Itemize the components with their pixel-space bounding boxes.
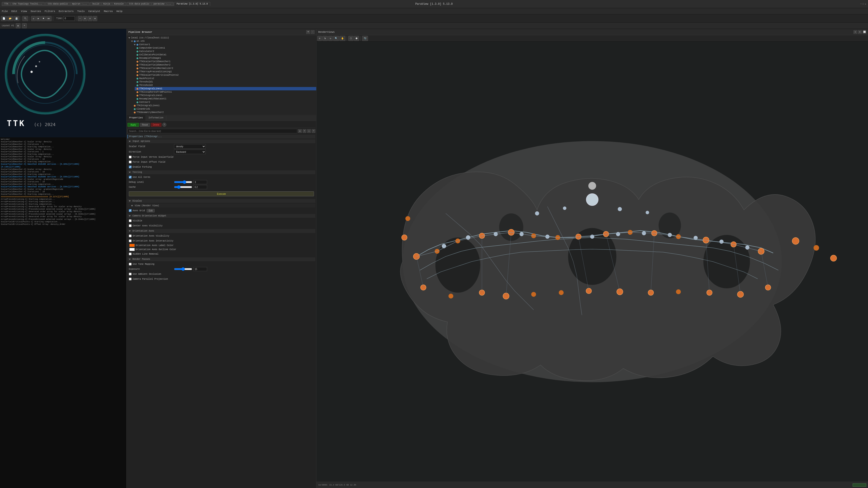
- hidden-line-checkbox[interactable]: [129, 253, 131, 255]
- layout-add-btn[interactable]: +: [22, 23, 27, 28]
- input-options-header[interactable]: Input options: [127, 139, 315, 143]
- axes-grid-edit-btn[interactable]: Edit: [147, 209, 155, 213]
- open-btn[interactable]: 📂: [7, 16, 13, 21]
- pipeline-item-ttkgeosmooth2[interactable]: TTKGeometrySmoother2: [132, 111, 316, 114]
- render-pan-btn[interactable]: ✋: [340, 36, 345, 41]
- tone-mapping-checkbox[interactable]: [129, 263, 131, 265]
- cam-visible-label[interactable]: Visible: [129, 219, 142, 222]
- label-color-swatch[interactable]: [129, 244, 135, 247]
- pipeline-item-local[interactable]: local (cs://localhost:11111): [127, 36, 316, 39]
- render-reset-cam-btn[interactable]: ⊙: [317, 36, 322, 41]
- pipeline-item-maskpts2[interactable]: MaskPoints2: [135, 77, 316, 80]
- tab-konsole[interactable]: build - Ninja - Konsole: [90, 2, 126, 6]
- orient-interactivity-checkbox[interactable]: [129, 239, 131, 242]
- apply-button[interactable]: Apply: [127, 123, 139, 127]
- exposure-input[interactable]: [193, 267, 207, 271]
- menu-catalyst[interactable]: Catalyst: [88, 10, 100, 13]
- scalar-field-select[interactable]: density: [174, 144, 206, 149]
- mode-btn3[interactable]: ⊙: [88, 16, 92, 21]
- testing-section-header[interactable]: Testing: [127, 170, 315, 174]
- delete-button[interactable]: Delete: [151, 123, 161, 127]
- tab-paraview-active[interactable]: ParaView [1.3.0] 5.13.0: [174, 2, 210, 6]
- menu-help[interactable]: Help: [116, 10, 122, 13]
- tone-mapping-label[interactable]: Use Tone Mapping: [129, 263, 154, 265]
- hidden-line-label[interactable]: Hidden Line Removal: [129, 253, 158, 255]
- force-offset-checkbox[interactable]: [129, 161, 131, 163]
- maximize-btn[interactable]: □: [863, 3, 864, 5]
- debug-level-input[interactable]: [193, 180, 207, 184]
- enable-forking-checkbox[interactable]: [129, 166, 131, 168]
- orientation-axes-header[interactable]: Orientation Axes: [127, 229, 315, 233]
- exposure-slider[interactable]: [174, 267, 192, 271]
- pipeline-item-computederiv[interactable]: ComputeDerivatives1: [135, 46, 316, 50]
- menu-extractors[interactable]: Extractors: [59, 10, 74, 13]
- tab-information[interactable]: Information: [146, 115, 166, 121]
- axes-grid-label[interactable]: Axes Grid: [129, 209, 145, 212]
- pipeline-item-ttksfs2[interactable]: TTKScalarFieldSmoother2: [135, 63, 316, 67]
- render-split-v-btn[interactable]: ⊞: [858, 30, 862, 34]
- pipeline-item-threshold1[interactable]: Threshold1: [135, 80, 316, 84]
- menu-sources[interactable]: Sources: [31, 10, 41, 13]
- outline-color-swatch[interactable]: [129, 248, 135, 251]
- force-vertex-checkbox[interactable]: [129, 156, 131, 158]
- pipeline-item-atvtk[interactable]: at.vtk: [129, 39, 316, 43]
- pipeline-item-contour1[interactable]: Contour1: [132, 43, 316, 46]
- mode-btn2[interactable]: ⊕: [83, 16, 87, 21]
- center-axes-label[interactable]: Center Axes Visibility: [129, 224, 162, 227]
- render-wireframe-btn[interactable]: ⬡: [348, 36, 353, 41]
- tab-mpirun[interactable]: ttk-data-public - mpirun -...: [45, 2, 90, 6]
- pipeline-item-resamplewith[interactable]: ResampleWithDataset1: [135, 97, 316, 101]
- time-input[interactable]: [64, 16, 75, 21]
- tab-paraview-cmd[interactable]: ttk-data-public - paraview -...: [127, 2, 174, 6]
- menu-view[interactable]: View: [21, 10, 27, 13]
- search-help-btn[interactable]: ?: [312, 129, 315, 133]
- cache-slider[interactable]: [174, 185, 192, 189]
- execute-button[interactable]: Execute: [129, 191, 314, 196]
- layout-split-btn[interactable]: ⊞: [16, 23, 20, 28]
- render-screenshot-btn[interactable]: 📷: [362, 36, 368, 41]
- pipeline-item-cleangrid1[interactable]: CleanGrid1: [132, 107, 316, 111]
- pipeline-item-ttksfs1[interactable]: TTKScalarFieldSmoother1: [135, 60, 316, 63]
- pipeline-item-ttksfn2[interactable]: TTKScalarFieldNormalizer2: [135, 67, 316, 70]
- render-interact-btn[interactable]: 🖱: [322, 36, 328, 41]
- stop-btn[interactable]: ■: [41, 16, 46, 21]
- debug-level-slider[interactable]: [174, 180, 192, 184]
- menu-filters[interactable]: Filters: [44, 10, 55, 13]
- search-input[interactable]: [127, 129, 297, 133]
- minimize-btn[interactable]: ─: [860, 3, 862, 5]
- pipeline-item-ttkintlines1b[interactable]: TTKIntegralLines1: [135, 94, 316, 97]
- center-axes-checkbox[interactable]: [129, 224, 131, 227]
- pipeline-item-threshold2[interactable]: Threshold2: [135, 84, 316, 87]
- cam-visible-checkbox[interactable]: [129, 219, 131, 222]
- pipeline-item-ttksfcp2[interactable]: TTKScalarFieldCriticalPoints2: [135, 73, 316, 77]
- view-render-header[interactable]: View (Render View): [127, 204, 315, 207]
- camera-parallel-label[interactable]: Camera Parallel Projection: [129, 278, 168, 281]
- axes-grid-checkbox[interactable]: [129, 209, 131, 212]
- reset-camera-btn[interactable]: ↺: [31, 16, 36, 21]
- display-section-header[interactable]: Display: [127, 199, 315, 203]
- pipeline-item-resample[interactable]: ResampleToImage1: [135, 57, 316, 60]
- camera-orientation-header[interactable]: Camera Orientation Widget: [127, 214, 315, 218]
- play-btn[interactable]: ▶: [36, 16, 41, 21]
- render-rotate-btn[interactable]: ↻: [328, 36, 333, 41]
- render-surface-btn[interactable]: ⬢: [354, 36, 359, 41]
- use-cores-checkbox[interactable]: [129, 176, 131, 178]
- pipeline-item-ttkintlines1-sel[interactable]: TTKIntegralLines1: [135, 87, 316, 90]
- menu-macros[interactable]: Macros: [104, 10, 113, 13]
- new-btn[interactable]: 📄: [1, 16, 7, 21]
- tab-ttk[interactable]: TTK - the Topology Toolki...: [2, 2, 45, 6]
- force-offset-label[interactable]: Force Input Offset Field: [129, 161, 165, 163]
- pipeline-item-ttkarrpre[interactable]: TTKArrayPreconditioning1: [135, 70, 316, 73]
- mode-btn1[interactable]: ↔: [78, 16, 82, 21]
- render-split-h-btn[interactable]: ⊟: [854, 30, 857, 34]
- render-maximize-btn[interactable]: ⬜: [863, 30, 866, 34]
- search-filter-btn[interactable]: ≡: [303, 129, 306, 133]
- enable-forking-label[interactable]: Enable Forking: [129, 166, 152, 168]
- step-forward-btn[interactable]: ⏭: [46, 16, 52, 21]
- camera-parallel-checkbox[interactable]: [129, 278, 131, 281]
- render-zoom-btn[interactable]: 🔍: [333, 36, 339, 41]
- pipeline-collapse-btn[interactable]: −: [311, 30, 314, 34]
- tab-properties[interactable]: Properties: [127, 115, 146, 121]
- save-btn[interactable]: 💾: [13, 16, 20, 21]
- pipeline-item-contour2[interactable]: Contour2: [135, 101, 316, 104]
